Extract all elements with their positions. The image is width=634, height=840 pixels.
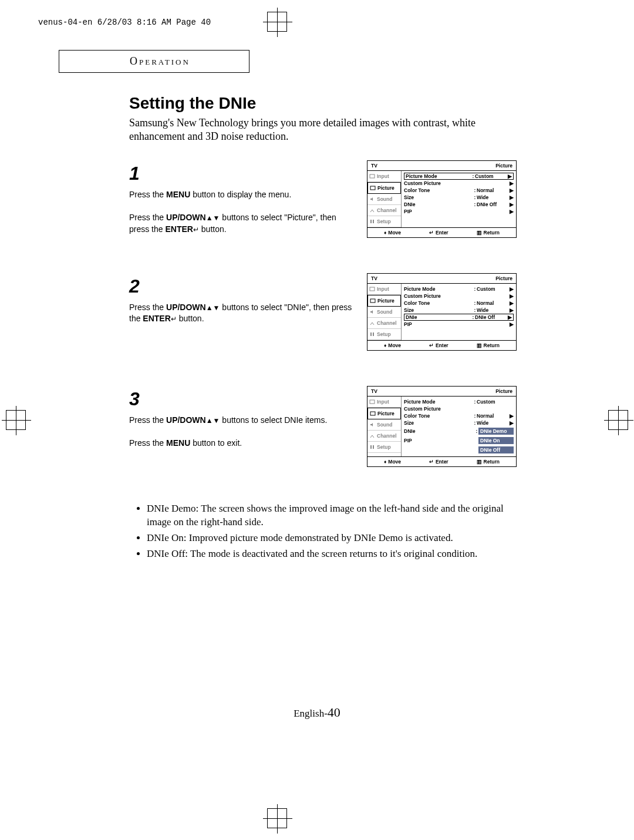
registration-mark-right [608,410,628,430]
intro-text: Samsung's New Technology brings you more… [129,116,517,143]
osd-enter-icon: ↵ Enter [429,230,448,236]
svg-rect-11 [373,445,374,449]
step-number: 1 [129,160,356,187]
page-number: English-40 [0,705,634,720]
osd-tab-channel: Channel [367,205,401,216]
step-3-para-2: Press the MENU button to exit. [129,438,356,449]
page-content: Setting the DNIe Samsung's New Technolog… [129,94,517,563]
note-dnie-demo: DNIe Demo: The screen shows the improved… [147,502,517,529]
svg-rect-6 [370,332,372,336]
osd-screenshot-1: TVPicture Input Picture Sound Channel Se… [367,160,517,238]
note-dnie-on: DNIe On: Improved picture mode demonstra… [147,532,517,545]
step-3: 3 Press the UP/DOWN▲▼ buttons to select … [129,386,517,467]
osd-tab-picture: Picture [367,182,401,194]
osd-return-icon: ▥ Return [477,230,500,236]
svg-rect-2 [370,220,372,223]
step-1-para-2: Press the UP/DOWN▲▼ buttons to select "P… [129,212,356,235]
page-title: Setting the DNIe [129,94,517,113]
step-number: 3 [129,386,356,412]
osd-screenshot-3: TVPicture Input Picture Sound Channel Se… [367,386,517,467]
svg-rect-0 [370,174,375,178]
step-number: 2 [129,273,356,300]
osd-tab-sound: Sound [367,194,401,205]
svg-rect-3 [373,220,374,223]
svg-rect-4 [370,287,375,291]
notes-list: DNIe Demo: The screen shows the improved… [147,502,517,561]
note-dnie-off: DNIe Off: The mode is deactivated and th… [147,547,517,561]
svg-rect-9 [370,412,375,415]
svg-rect-5 [370,299,375,303]
section-label: Operation [59,50,249,73]
osd-tab-input: Input [367,171,401,182]
registration-mark-left [6,410,26,430]
dnie-option-on: DNIe On [478,437,514,444]
dnie-option-demo: DNIe Demo [478,428,514,435]
svg-rect-7 [373,332,374,336]
step-1: 1 Press the MENU button to display the m… [129,160,517,238]
dnie-option-off: DNIe Off [478,446,514,453]
osd-screenshot-2: TVPicture Input Picture Sound Channel Se… [367,273,517,351]
osd-tab-setup: Setup [367,216,401,227]
step-2-para-1: Press the UP/DOWN▲▼ buttons to select "D… [129,302,356,325]
print-job-header: venus-04-en 6/28/03 8:16 AM Page 40 [38,18,211,27]
registration-mark-bottom [267,808,287,828]
step-2: 2 Press the UP/DOWN▲▼ buttons to select … [129,273,517,351]
step-3-para-1: Press the UP/DOWN▲▼ buttons to select DN… [129,415,356,426]
svg-rect-10 [370,445,372,449]
step-1-para-1: Press the MENU button to display the men… [129,189,356,201]
registration-mark-top [267,12,287,32]
svg-rect-1 [370,186,375,190]
svg-rect-8 [370,400,375,404]
osd-move-icon: ♦ Move [384,230,401,236]
